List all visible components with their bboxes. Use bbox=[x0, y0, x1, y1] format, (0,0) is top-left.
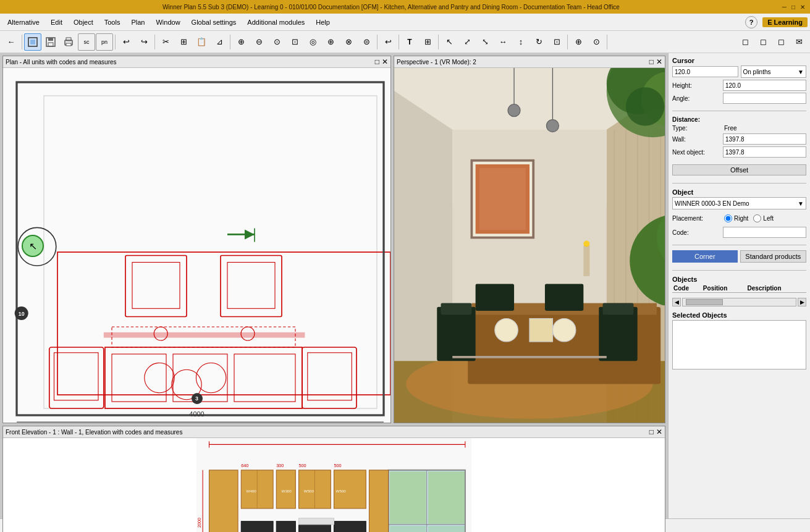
placement-left[interactable]: Left bbox=[753, 214, 774, 222]
placement-left-radio[interactable] bbox=[753, 214, 761, 222]
elearning-button[interactable]: E Learning bbox=[762, 17, 808, 27]
tb-undo[interactable]: ↩ bbox=[117, 33, 135, 51]
front-elevation-viewport: Front Elevation - 1 : Wall - 1, Elevatio… bbox=[2, 426, 665, 532]
tb-zoom-6[interactable]: ⊕ bbox=[322, 33, 339, 51]
tb-back[interactable]: ← bbox=[2, 33, 20, 51]
cursor-value-input[interactable] bbox=[672, 66, 738, 77]
divider-1 bbox=[672, 111, 806, 111]
main-area: Plan - All units with codes and measures… bbox=[0, 53, 810, 518]
tb-tool-2[interactable]: ⊙ bbox=[588, 33, 605, 51]
menu-global-settings[interactable]: Global settings bbox=[187, 17, 242, 28]
vp-front: Front Elevation - 1 : Wall - 1, Elevatio… bbox=[2, 426, 665, 532]
next-object-label: Next object: bbox=[672, 149, 720, 156]
tb-move-3[interactable]: ↔ bbox=[494, 33, 512, 51]
plan-title: Plan - All units with codes and measures bbox=[6, 59, 117, 65]
tb-copy[interactable]: ⊞ bbox=[175, 33, 192, 51]
title-text: Winner Plan 5.5 Sub 3 (DEMO) - Learning … bbox=[5, 4, 777, 11]
menu-edit[interactable]: Edit bbox=[46, 17, 67, 28]
tb-view-4[interactable]: ✉ bbox=[790, 33, 808, 51]
menu-additional-modules[interactable]: Additional modules bbox=[242, 17, 310, 28]
tb-zoom-fit[interactable]: ⊙ bbox=[268, 33, 285, 51]
tb-cut[interactable]: ✂ bbox=[157, 33, 174, 51]
tb-move-2[interactable]: ⤡ bbox=[476, 33, 494, 51]
menu-window[interactable]: Window bbox=[151, 17, 185, 28]
tb-zoom-7[interactable]: ⊗ bbox=[340, 33, 357, 51]
svg-rect-21 bbox=[125, 256, 187, 317]
front-elevation-content[interactable]: 640 300 500 500 W400 W300 W500 W500 B400… bbox=[3, 438, 665, 532]
tb-view-2[interactable]: ◻ bbox=[754, 33, 772, 51]
tb-redo[interactable]: ↪ bbox=[135, 33, 153, 51]
menu-alternative[interactable]: Alternative bbox=[2, 17, 44, 28]
scroll-track[interactable] bbox=[682, 298, 796, 306]
offset-button[interactable]: Offset bbox=[672, 164, 806, 175]
tb-grid[interactable]: ⊞ bbox=[419, 33, 436, 51]
tb-print[interactable] bbox=[60, 33, 77, 51]
scroll-thumb[interactable] bbox=[686, 299, 723, 305]
tb-zoom-in[interactable]: ⊕ bbox=[232, 33, 250, 51]
front-close[interactable]: ✕ bbox=[656, 428, 662, 436]
cursor-section-title: Cursor bbox=[672, 57, 806, 64]
placement-right-radio[interactable] bbox=[724, 214, 732, 222]
wall-input[interactable] bbox=[723, 133, 806, 145]
tb-sc[interactable]: sc bbox=[78, 33, 95, 51]
plan-minimize[interactable]: □ bbox=[375, 57, 379, 66]
tb-pn[interactable]: pn bbox=[96, 33, 113, 51]
close-btn[interactable]: ✕ bbox=[800, 4, 805, 11]
svg-rect-108 bbox=[369, 470, 388, 532]
tb-scale[interactable]: ⊡ bbox=[548, 33, 565, 51]
svg-rect-100 bbox=[299, 518, 334, 525]
menu-tools[interactable]: Tools bbox=[99, 17, 125, 28]
height-input[interactable] bbox=[723, 80, 806, 91]
cursor-option-dropdown[interactable]: On plinths ▼ bbox=[741, 65, 807, 78]
standard-products-button[interactable]: Standard products bbox=[740, 250, 807, 263]
corner-button[interactable]: Corner bbox=[672, 250, 738, 263]
tb-zoom-out[interactable]: ⊖ bbox=[250, 33, 268, 51]
svg-rect-99 bbox=[334, 521, 366, 532]
svg-text:W300: W300 bbox=[282, 489, 292, 493]
svg-rect-105 bbox=[428, 471, 465, 524]
placement-right[interactable]: Right bbox=[724, 214, 748, 222]
persp-minimize[interactable]: □ bbox=[649, 57, 654, 66]
object-dropdown[interactable]: WINNER 0000-3 EN Demo ▼ bbox=[672, 197, 806, 209]
tb-mirror[interactable]: ⊿ bbox=[211, 33, 228, 51]
tb-zoom-8[interactable]: ⊜ bbox=[358, 33, 375, 51]
menu-plan[interactable]: Plan bbox=[126, 17, 150, 28]
placement-radio-group: Right Left bbox=[724, 214, 774, 222]
help-icon-btn[interactable]: ? bbox=[745, 16, 757, 28]
tb-view-1[interactable]: ◻ bbox=[736, 33, 754, 51]
front-elevation-title: Front Elevation - 1 : Wall - 1, Elevatio… bbox=[6, 429, 182, 436]
tb-save[interactable] bbox=[42, 33, 59, 51]
tb-zoom-5[interactable]: ◎ bbox=[304, 33, 321, 51]
tb-rotate-back[interactable]: ↩ bbox=[379, 33, 397, 51]
scroll-left-arrow[interactable]: ◀ bbox=[672, 298, 681, 306]
tb-plan-view[interactable] bbox=[24, 33, 41, 51]
next-object-input[interactable] bbox=[723, 146, 806, 158]
scroll-right-arrow[interactable]: ▶ bbox=[798, 298, 806, 306]
tb-view-3[interactable]: ◻ bbox=[772, 33, 790, 51]
tb-paste[interactable]: 📋 bbox=[193, 33, 210, 51]
menu-object[interactable]: Object bbox=[69, 17, 98, 28]
object-section-title: Object bbox=[672, 188, 806, 196]
angle-input[interactable] bbox=[723, 93, 806, 104]
tb-text[interactable]: T bbox=[401, 33, 418, 51]
perspective-content[interactable] bbox=[394, 68, 665, 423]
minimize-btn[interactable]: ─ bbox=[782, 4, 787, 11]
maximize-btn[interactable]: □ bbox=[791, 4, 795, 11]
perspective-viewport: Perspective - 1 (VR Mode): 2 □ ✕ bbox=[394, 56, 665, 423]
tb-select[interactable]: ↖ bbox=[441, 33, 458, 51]
tb-rotate[interactable]: ↻ bbox=[530, 33, 547, 51]
plan-close[interactable]: ✕ bbox=[382, 57, 388, 66]
object-value-label: WINNER 0000-3 EN Demo bbox=[675, 200, 749, 207]
tb-zoom-area[interactable]: ⊡ bbox=[286, 33, 303, 51]
svg-rect-24 bbox=[227, 263, 275, 309]
tb-tool-1[interactable]: ⊕ bbox=[570, 33, 587, 51]
menu-help[interactable]: Help bbox=[311, 17, 335, 28]
front-minimize[interactable]: □ bbox=[649, 428, 654, 436]
angle-label: Angle: bbox=[672, 95, 720, 102]
distance-section: Distance: Type: Free Wall: Next object: bbox=[672, 116, 806, 159]
plan-content[interactable]: 10 4000 ↖ 3 bbox=[3, 68, 390, 423]
persp-close[interactable]: ✕ bbox=[656, 57, 662, 66]
code-input[interactable] bbox=[723, 227, 806, 238]
tb-move-4[interactable]: ↕ bbox=[512, 33, 529, 51]
tb-move-1[interactable]: ⤢ bbox=[458, 33, 476, 51]
